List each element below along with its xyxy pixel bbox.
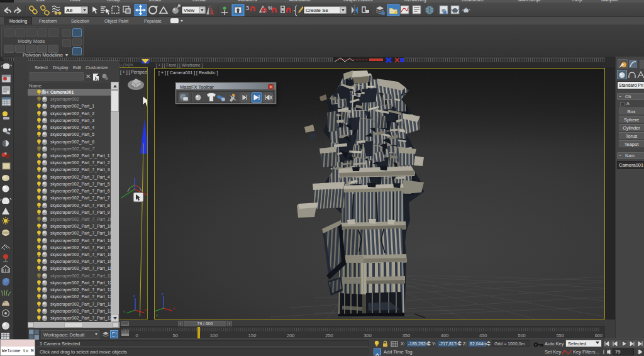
svg-text:View: View [184,8,194,13]
svg-text:450: 450 [479,333,487,338]
svg-text:300: 300 [364,333,372,338]
svg-text:Create Se: Create Se [306,8,329,13]
svg-text:0: 0 [135,333,138,338]
svg-text:550: 550 [556,333,564,338]
svg-text:z: z [133,294,135,298]
svg-text:3: 3 [246,5,249,11]
svg-text:y: y [123,309,125,313]
svg-text:[ + ] [ Perspecti: [ + ] [ Perspecti [120,70,148,75]
svg-text:HF: HF [2,300,6,304]
svg-text:350: 350 [402,333,411,338]
svg-text:500: 500 [518,333,526,338]
svg-text:600: 600 [595,333,603,338]
svg-text:z: z [162,292,164,296]
svg-text:200: 200 [287,333,295,338]
svg-text:x: x [145,308,147,312]
svg-text:400: 400 [441,333,449,338]
svg-text:150: 150 [248,333,257,338]
svg-text:x: x [173,306,175,310]
svg-text:100: 100 [210,333,218,338]
svg-text:250: 250 [325,333,333,338]
svg-text:All: All [66,8,72,13]
svg-text:y: y [156,313,158,317]
svg-text:[ + ] [ Camera001 ] [ Realisti: [ + ] [ Camera001 ] [ Realistic ] [158,70,218,75]
svg-text:50: 50 [173,333,178,338]
